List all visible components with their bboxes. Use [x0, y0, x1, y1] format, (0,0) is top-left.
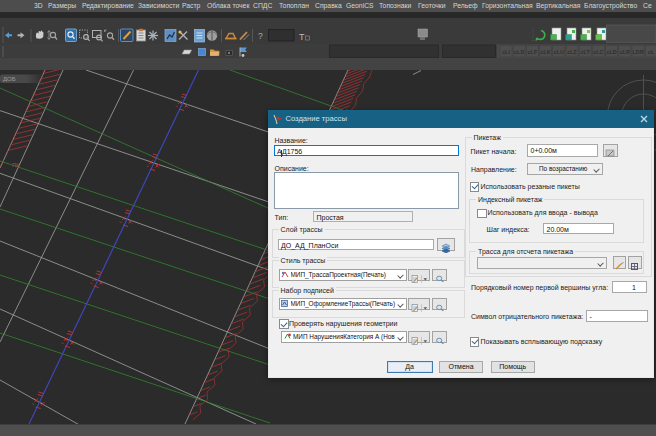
svg-text:cLU: cLU — [554, 49, 564, 55]
svg-text:cLR: cLR — [620, 49, 630, 55]
svg-text:?: ? — [258, 31, 263, 41]
svg-text:cL: cL — [648, 49, 655, 55]
svg-text:cLD: cLD — [514, 49, 524, 55]
svg-text:cLC: cLC — [593, 49, 603, 55]
svg-text:ПК: ПК — [12, 162, 20, 168]
svg-text:LDR: LDR — [632, 49, 643, 55]
svg-text:cLK: cLK — [541, 49, 551, 55]
svg-text:cLT: cLT — [581, 49, 591, 55]
svg-text:ДОБ: ДОБ — [3, 76, 16, 82]
svg-text:cLI: cLI — [502, 49, 510, 55]
svg-text:T: T — [299, 32, 305, 42]
svg-text:cLD: cLD — [607, 49, 617, 55]
svg-text:cLZ: cLZ — [567, 49, 577, 55]
svg-text:cLF: cLF — [528, 49, 538, 55]
